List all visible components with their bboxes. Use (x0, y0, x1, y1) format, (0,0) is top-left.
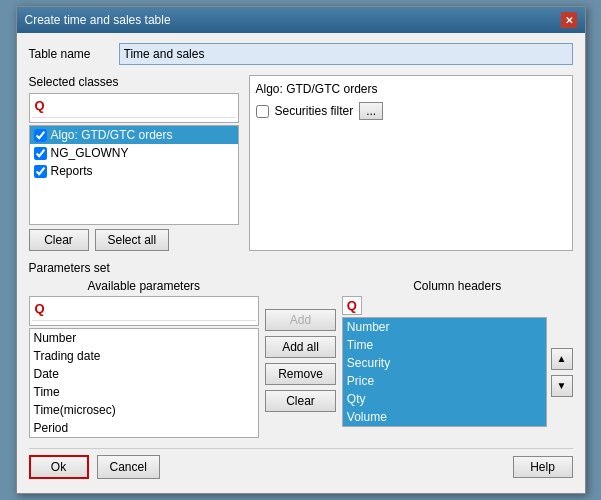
column-headers-list[interactable]: Number Time Security Price Qty Volume Op… (342, 317, 547, 427)
dialog-title: Create time and sales table (25, 13, 171, 27)
params-columns: Available parameters Q Number Trading da… (29, 279, 573, 438)
classes-clear-button[interactable]: Clear (29, 229, 89, 251)
class-detail-title: Algo: GTD/GTC orders (256, 82, 566, 96)
ok-button[interactable]: Ok (29, 455, 89, 479)
param-date[interactable]: Date (30, 365, 259, 383)
col-operation[interactable]: Operation (343, 426, 546, 427)
middle-buttons: Add Add all Remove Clear (265, 279, 336, 412)
classes-search-icon[interactable]: Q (32, 96, 48, 115)
classes-select-all-button[interactable]: Select all (95, 229, 170, 251)
classes-btn-row: Clear Select all (29, 229, 239, 251)
params-set-section: Parameters set Available parameters Q Nu… (29, 261, 573, 438)
param-time[interactable]: Time (30, 383, 259, 401)
class-checkbox-ng[interactable] (34, 147, 47, 160)
classes-search-wrap: Q (29, 93, 239, 123)
securities-filter-label: Securities filter (275, 104, 354, 118)
bottom-left-buttons: Ok Cancel (29, 455, 160, 479)
col-volume[interactable]: Volume (343, 408, 546, 426)
col-price[interactable]: Price (343, 372, 546, 390)
col-number[interactable]: Number (343, 318, 546, 336)
param-trading-date[interactable]: Trading date (30, 347, 259, 365)
selected-classes-label: Selected classes (29, 75, 239, 89)
col-qty[interactable]: Qty (343, 390, 546, 408)
move-down-button[interactable]: ▼ (551, 375, 573, 397)
param-security-sn[interactable]: Security (s.n.) (30, 437, 259, 438)
avail-search-icon[interactable]: Q (32, 299, 48, 318)
arrow-buttons: ▲ ▼ (551, 317, 573, 427)
param-period[interactable]: Period (30, 419, 259, 437)
table-name-label: Table name (29, 47, 119, 61)
selected-classes-section: Selected classes Q Algo: GTD/GTC orders … (29, 75, 573, 251)
securities-filter-dots-button[interactable]: ... (359, 102, 383, 120)
remove-button[interactable]: Remove (265, 363, 336, 385)
class-detail-panel: Algo: GTD/GTC orders Securities filter .… (249, 75, 573, 251)
class-item-reports[interactable]: Reports (30, 162, 238, 180)
available-params-col: Available parameters Q Number Trading da… (29, 279, 260, 438)
param-number[interactable]: Number (30, 329, 259, 347)
classes-left-panel: Selected classes Q Algo: GTD/GTC orders … (29, 75, 239, 251)
class-checkbox-algo[interactable] (34, 129, 47, 142)
available-params-list[interactable]: Number Trading date Date Time Time(micro… (29, 328, 260, 438)
create-table-dialog: Create time and sales table ✕ Table name… (16, 6, 586, 494)
class-label-algo: Algo: GTD/GTC orders (51, 128, 173, 142)
avail-search-wrap: Q (29, 296, 260, 326)
col-search-icon[interactable]: Q (342, 296, 362, 315)
col-headers-wrapper: Number Time Security Price Qty Volume Op… (342, 317, 573, 427)
add-button[interactable]: Add (265, 309, 336, 331)
column-headers-title: Column headers (342, 279, 573, 293)
class-label-ng: NG_GLOWNY (51, 146, 129, 160)
col-time[interactable]: Time (343, 336, 546, 354)
title-bar: Create time and sales table ✕ (17, 7, 585, 33)
class-item-algo[interactable]: Algo: GTD/GTC orders (30, 126, 238, 144)
securities-filter-checkbox[interactable] (256, 105, 269, 118)
cancel-button[interactable]: Cancel (97, 455, 160, 479)
table-name-input[interactable] (119, 43, 573, 65)
close-button[interactable]: ✕ (561, 12, 577, 28)
move-up-button[interactable]: ▲ (551, 348, 573, 370)
params-clear-button[interactable]: Clear (265, 390, 336, 412)
available-params-title: Available parameters (29, 279, 260, 293)
column-headers-col: Column headers Q Number Time Security Pr… (342, 279, 573, 427)
class-item-ng[interactable]: NG_GLOWNY (30, 144, 238, 162)
bottom-buttons-row: Ok Cancel Help (29, 448, 573, 483)
class-label-reports: Reports (51, 164, 93, 178)
class-checkbox-reports[interactable] (34, 165, 47, 178)
param-time-microsec[interactable]: Time(microsec) (30, 401, 259, 419)
classes-list[interactable]: Algo: GTD/GTC orders NG_GLOWNY Reports (29, 125, 239, 225)
securities-filter-row: Securities filter ... (256, 102, 566, 120)
add-all-button[interactable]: Add all (265, 336, 336, 358)
help-button[interactable]: Help (513, 456, 573, 478)
col-security[interactable]: Security (343, 354, 546, 372)
params-set-label: Parameters set (29, 261, 573, 275)
table-name-row: Table name (29, 43, 573, 65)
